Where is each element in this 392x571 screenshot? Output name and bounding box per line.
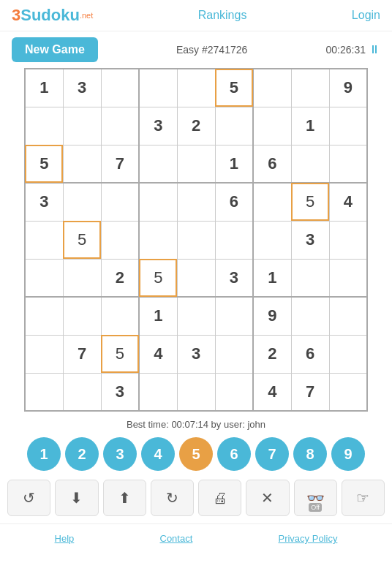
table-row[interactable]: 5	[101, 335, 139, 373]
table-row[interactable]	[329, 259, 367, 297]
table-row[interactable]	[329, 335, 367, 373]
table-row[interactable]: 7	[63, 335, 101, 373]
num-button-9[interactable]: 9	[331, 437, 365, 471]
action-delete-button[interactable]: ✕	[246, 480, 289, 516]
action-download-button[interactable]: ⬇	[55, 480, 98, 516]
table-row[interactable]	[139, 145, 177, 183]
table-row[interactable]: 1	[215, 145, 253, 183]
table-row[interactable]: 2	[101, 259, 139, 297]
table-row[interactable]: 5	[139, 259, 177, 297]
table-row[interactable]	[177, 221, 215, 259]
table-row[interactable]: 6	[215, 183, 253, 221]
table-row[interactable]: 4	[329, 183, 367, 221]
table-row[interactable]	[63, 259, 101, 297]
num-button-1[interactable]: 1	[27, 437, 61, 471]
table-row[interactable]	[329, 221, 367, 259]
table-row[interactable]: 6	[291, 335, 329, 373]
table-row[interactable]: 7	[291, 373, 329, 411]
table-row[interactable]	[177, 69, 215, 107]
table-row[interactable]: 3	[63, 69, 101, 107]
table-row[interactable]: 7	[101, 145, 139, 183]
nav-rankings[interactable]: Rankings	[198, 9, 247, 22]
table-row[interactable]	[177, 183, 215, 221]
num-button-2[interactable]: 2	[65, 437, 99, 471]
table-row[interactable]: 2	[253, 335, 291, 373]
num-button-4[interactable]: 4	[141, 437, 175, 471]
table-row[interactable]	[215, 335, 253, 373]
new-game-button[interactable]: New Game	[12, 37, 98, 62]
action-notes-toggle-button[interactable]: 👓Off	[294, 480, 337, 516]
table-row[interactable]	[215, 297, 253, 335]
table-row[interactable]	[63, 297, 101, 335]
table-row[interactable]	[63, 107, 101, 145]
table-row[interactable]	[25, 297, 63, 335]
num-button-5[interactable]: 5	[179, 437, 213, 471]
table-row[interactable]	[139, 373, 177, 411]
table-row[interactable]	[215, 107, 253, 145]
table-row[interactable]	[101, 69, 139, 107]
table-row[interactable]	[101, 221, 139, 259]
table-row[interactable]	[329, 107, 367, 145]
footer-contact[interactable]: Contact	[160, 533, 193, 544]
table-row[interactable]	[25, 221, 63, 259]
table-row[interactable]	[291, 297, 329, 335]
table-row[interactable]	[291, 259, 329, 297]
table-row[interactable]: 3	[215, 259, 253, 297]
table-row[interactable]	[329, 145, 367, 183]
table-row[interactable]: 3	[139, 107, 177, 145]
table-row[interactable]	[329, 297, 367, 335]
table-row[interactable]	[25, 335, 63, 373]
table-row[interactable]	[253, 107, 291, 145]
table-row[interactable]: 9	[329, 69, 367, 107]
table-row[interactable]	[139, 221, 177, 259]
table-row[interactable]: 5	[25, 145, 63, 183]
table-row[interactable]: 6	[253, 145, 291, 183]
table-row[interactable]	[329, 373, 367, 411]
table-row[interactable]: 9	[253, 297, 291, 335]
table-row[interactable]	[215, 373, 253, 411]
nav-login[interactable]: Login	[352, 9, 380, 22]
table-row[interactable]	[101, 107, 139, 145]
table-row[interactable]: 3	[177, 335, 215, 373]
table-row[interactable]	[101, 183, 139, 221]
footer-help[interactable]: Help	[55, 533, 75, 544]
action-hint-button[interactable]: ☞	[342, 480, 385, 516]
table-row[interactable]: 2	[177, 107, 215, 145]
table-row[interactable]: 1	[139, 297, 177, 335]
table-row[interactable]: 4	[253, 373, 291, 411]
table-row[interactable]	[63, 373, 101, 411]
num-button-7[interactable]: 7	[255, 437, 289, 471]
table-row[interactable]	[177, 259, 215, 297]
table-row[interactable]: 3	[101, 373, 139, 411]
table-row[interactable]	[177, 373, 215, 411]
table-row[interactable]	[63, 183, 101, 221]
table-row[interactable]	[25, 259, 63, 297]
table-row[interactable]: 5	[215, 69, 253, 107]
table-row[interactable]: 5	[63, 221, 101, 259]
num-button-6[interactable]: 6	[217, 437, 251, 471]
table-row[interactable]: 3	[25, 183, 63, 221]
table-row[interactable]: 3	[291, 221, 329, 259]
table-row[interactable]	[253, 69, 291, 107]
table-row[interactable]	[291, 69, 329, 107]
action-upload-button[interactable]: ⬆	[103, 480, 146, 516]
table-row[interactable]	[139, 183, 177, 221]
table-row[interactable]: 4	[139, 335, 177, 373]
table-row[interactable]: 1	[291, 107, 329, 145]
table-row[interactable]: 5	[291, 183, 329, 221]
table-row[interactable]	[177, 297, 215, 335]
table-row[interactable]: 1	[25, 69, 63, 107]
table-row[interactable]	[25, 107, 63, 145]
action-undo-button[interactable]: ↺	[7, 480, 50, 516]
footer-privacy[interactable]: Privacy Policy	[278, 533, 337, 544]
table-row[interactable]	[177, 145, 215, 183]
num-button-8[interactable]: 8	[293, 437, 327, 471]
table-row[interactable]	[139, 69, 177, 107]
action-print-button[interactable]: 🖨	[198, 480, 241, 516]
pause-icon[interactable]: ⏸	[369, 43, 380, 56]
num-button-3[interactable]: 3	[103, 437, 137, 471]
table-row[interactable]	[253, 221, 291, 259]
table-row[interactable]	[101, 297, 139, 335]
action-refresh-button[interactable]: ↻	[151, 480, 194, 516]
table-row[interactable]	[63, 145, 101, 183]
